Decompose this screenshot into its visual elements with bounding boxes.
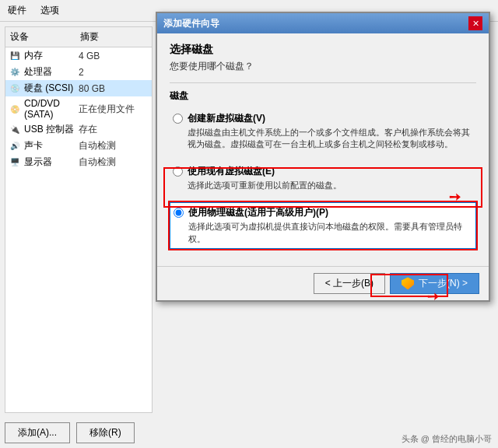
shield-icon <box>402 277 414 289</box>
device-name-1: 处理器 <box>24 65 79 79</box>
header-desc: 摘要 <box>75 29 152 45</box>
device-icon-1: ⚙️ <box>9 66 21 79</box>
device-name-0: 内存 <box>24 49 79 62</box>
header-device: 设备 <box>5 29 75 45</box>
device-desc-2: 80 GB <box>79 83 149 94</box>
disk-label: 磁盘 <box>170 89 476 103</box>
device-name-2: 硬盘 (SCSI) <box>24 82 79 95</box>
device-panel: 设备 摘要 💾 内存 4 GB ⚙️ 处理器 2 💿 硬盘 (SCSI) 80 … <box>5 26 153 413</box>
device-icon-5: 🔊 <box>9 140 21 152</box>
device-item-4[interactable]: 🔌 USB 控制器 存在 <box>5 121 152 138</box>
radio-desc-1: 选择此选项可重新使用以前配置的磁盘。 <box>188 180 473 191</box>
add-button[interactable]: 添加(A)... <box>5 422 70 443</box>
device-icon-2: 💿 <box>9 82 21 95</box>
menu-options[interactable]: 选项 <box>37 2 62 19</box>
radio-option-1[interactable]: 使用现有虚拟磁盘(E) 选择此选项可重新使用以前配置的磁盘。 <box>170 162 476 194</box>
radio-title-2: 使用物理磁盘(适用于高级用户)(P) <box>188 206 472 219</box>
device-name-3: CD/DVD (SATA) <box>24 98 79 120</box>
device-name-4: USB 控制器 <box>24 123 79 136</box>
next-button[interactable]: 下一步(N) > <box>390 273 479 294</box>
radio-text-0: 创建新虚拟磁盘(V) 虚拟磁盘由主机文件系统上的一个或多个文件组成。客户机操作系… <box>188 112 473 151</box>
radio-input-1[interactable] <box>173 166 183 177</box>
radio-desc-2: 选择此选项可为虚拟机提供直接访问本地磁盘的权限。需要具有管理员特权。 <box>188 221 472 245</box>
wizard-section-title: 选择磁盘 <box>170 43 476 57</box>
radio-desc-0: 虚拟磁盘由主机文件系统上的一个或多个文件组成。客户机操作系统会将其视为磁盘。虚拟… <box>188 127 473 151</box>
radio-input-0[interactable] <box>173 114 183 124</box>
prev-button[interactable]: < 上一步(B) <box>314 273 385 294</box>
device-desc-0: 4 GB <box>79 51 149 61</box>
remove-button[interactable]: 移除(R) <box>76 422 135 443</box>
radio-options-container: 创建新虚拟磁盘(V) 虚拟磁盘由主机文件系统上的一个或多个文件组成。客户机操作系… <box>170 109 476 249</box>
device-desc-4: 存在 <box>79 123 149 136</box>
panel-header: 设备 摘要 <box>5 27 152 47</box>
radio-title-1: 使用现有虚拟磁盘(E) <box>188 165 473 178</box>
wizard-body: 选择磁盘 您要使用哪个磁盘？ 磁盘 创建新虚拟磁盘(V) 虚拟磁盘由主机文件系统… <box>157 33 489 266</box>
wizard-footer: < 上一步(B) 下一步(N) > 取消 <box>157 266 489 300</box>
radio-text-2: 使用物理磁盘(适用于高级用户)(P) 选择此选项可为虚拟机提供直接访问本地磁盘的… <box>188 206 472 245</box>
wizard-title: 添加硬件向导 <box>163 17 219 30</box>
device-desc-1: 2 <box>79 67 149 78</box>
radio-option-0[interactable]: 创建新虚拟磁盘(V) 虚拟磁盘由主机文件系统上的一个或多个文件组成。客户机操作系… <box>170 109 476 154</box>
wizard-titlebar: 添加硬件向导 ✕ <box>157 13 489 33</box>
next-label: 下一步(N) > <box>419 277 468 290</box>
device-item-0[interactable]: 💾 内存 4 GB <box>5 47 152 64</box>
device-item-5[interactable]: 🔊 声卡 自动检测 <box>5 138 152 154</box>
device-desc-5: 自动检测 <box>79 139 149 152</box>
device-item-2[interactable]: 💿 硬盘 (SCSI) 80 GB <box>5 80 152 96</box>
device-item-3[interactable]: 📀 CD/DVD (SATA) 正在使用文件 <box>5 96 152 121</box>
radio-input-2[interactable] <box>174 208 184 218</box>
device-icon-3: 📀 <box>9 103 21 115</box>
device-icon-4: 🔌 <box>9 124 21 136</box>
device-icon-0: 💾 <box>9 50 21 62</box>
device-item-1[interactable]: ⚙️ 处理器 2 <box>5 64 152 80</box>
device-list: 💾 内存 4 GB ⚙️ 处理器 2 💿 硬盘 (SCSI) 80 GB 📀 C… <box>5 47 152 412</box>
device-desc-3: 正在使用文件 <box>79 103 149 116</box>
device-name-5: 声卡 <box>24 139 79 152</box>
radio-text-1: 使用现有虚拟磁盘(E) 选择此选项可重新使用以前配置的磁盘。 <box>188 165 473 191</box>
device-name-6: 显示器 <box>24 156 79 169</box>
watermark: 头条 @ 曾经的电脑小哥 <box>402 433 492 445</box>
radio-option-2[interactable]: 使用物理磁盘(适用于高级用户)(P) 选择此选项可为虚拟机提供直接访问本地磁盘的… <box>170 202 476 249</box>
radio-title-0: 创建新虚拟磁盘(V) <box>188 112 473 125</box>
wizard-dialog: 添加硬件向导 ✕ 选择磁盘 您要使用哪个磁盘？ 磁盘 创建新虚拟磁盘(V) 虚拟… <box>156 12 490 302</box>
wizard-close-button[interactable]: ✕ <box>468 16 482 30</box>
device-item-6[interactable]: 🖥️ 显示器 自动检测 <box>5 154 152 170</box>
wizard-subtitle: 您要使用哪个磁盘？ <box>170 60 476 73</box>
divider <box>170 82 476 83</box>
menu-hardware[interactable]: 硬件 <box>5 2 30 19</box>
device-desc-6: 自动检测 <box>79 156 149 169</box>
device-icon-6: 🖥️ <box>9 156 21 169</box>
